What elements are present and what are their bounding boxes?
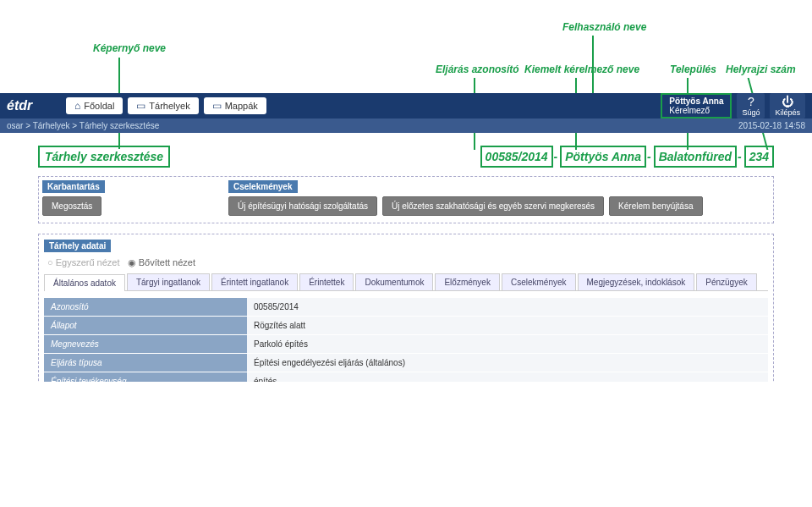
panel-actions: Cselekmények Új építésügyi hatósági szol… [228, 180, 770, 219]
panel-title: Cselekmények [228, 180, 298, 193]
nav-label: Mappák [225, 101, 258, 111]
new-preliminary-button[interactable]: Új előzetes szakhatósági és egyéb szervi… [382, 196, 604, 216]
title-applicant: Pöttyös Anna [560, 146, 646, 168]
folder-icon: ▭ [212, 100, 222, 112]
tab-parties[interactable]: Érintettek [299, 273, 354, 290]
briefcase-icon: ▭ [136, 100, 145, 112]
table-row: Azonosító00585/2014 [44, 298, 768, 317]
cell-val: Parkoló építés [247, 335, 768, 353]
view-expanded-label: Bővített nézet [139, 257, 195, 267]
cell-key: Azonosító [44, 298, 247, 316]
power-icon: ⏻ [775, 95, 800, 108]
title-parcel: 234 [744, 146, 774, 168]
cell-val: Építési engedélyezési eljárás (általános… [247, 354, 768, 372]
breadcrumb: osar > Tárhelyek > Tárhely szerkesztése … [0, 118, 812, 133]
new-service-button[interactable]: Új építésügyi hatósági szolgáltatás [228, 196, 377, 216]
help-button[interactable]: ?Súgó [737, 93, 765, 118]
dash: - [553, 150, 559, 163]
table-row: MegnevezésParkoló építés [44, 335, 768, 354]
panel-title: Karbantartás [42, 180, 105, 193]
table-row: Eljárás típusaÉpítési engedélyezési eljá… [44, 354, 768, 372]
help-icon: ? [742, 95, 760, 108]
dash: - [646, 150, 652, 163]
help-label: Súgó [742, 108, 760, 117]
cell-val: Rögzítés alatt [247, 317, 768, 334]
timestamp: 2015-02-18 14:58 [738, 121, 805, 130]
cell-val: építés [247, 372, 768, 382]
tab-general[interactable]: Általános adatok [44, 274, 125, 291]
annotation-user-name: Felhasználó neve [562, 21, 646, 33]
app-header: étdr ⌂Főoldal ▭Tárhelyek ▭Mappák Pöttyös… [0, 93, 812, 118]
tab-finance[interactable]: Pénzügyek [696, 273, 756, 290]
view-simple-label: Egyszerű nézet [56, 257, 120, 267]
nav-home-button[interactable]: ⌂Főoldal [66, 97, 123, 114]
home-icon: ⌂ [74, 100, 80, 112]
details-table: Azonosító00585/2014 ÁllapotRögzítés alat… [44, 298, 768, 382]
panel-maintenance: Karbantartás Megosztás [42, 180, 211, 219]
top-panels: Karbantartás Megosztás Cselekmények Új é… [38, 176, 774, 223]
tabs: Általános adatok Tárgyi ingatlanok Érint… [44, 273, 768, 291]
card-title: Tárhely adatai [44, 240, 111, 252]
annotation-screen-name: Képernyő neve [93, 42, 166, 54]
annotation-applicant: Kiemelt kérelmező neve [524, 63, 639, 75]
cell-key: Építési tevékenység [44, 372, 247, 382]
cell-key: Eljárás típusa [44, 354, 247, 372]
user-box[interactable]: Pöttyös Anna Kérelmező [661, 93, 732, 118]
nav-label: Főoldal [84, 101, 114, 111]
cell-val: 00585/2014 [247, 298, 768, 316]
tab-history[interactable]: Előzmények [435, 273, 499, 290]
tab-notes[interactable]: Megjegyzések, indoklások [578, 273, 695, 290]
annotation-city: Település [670, 63, 716, 75]
nav-label: Tárhelyek [149, 101, 189, 111]
logout-label: Kilépés [775, 108, 800, 117]
cell-key: Megnevezés [44, 335, 247, 353]
nav-folders-button[interactable]: ▭Mappák [204, 97, 266, 114]
share-button[interactable]: Megosztás [42, 196, 102, 216]
radio-simple[interactable]: ○ [47, 257, 56, 267]
title-case-id: 00585/2014 [480, 146, 553, 168]
logout-button[interactable]: ⏻Kilépés [770, 93, 805, 118]
user-role: Kérelmező [669, 106, 723, 115]
title-city: Balatonfüred [654, 146, 737, 168]
table-row: ÁllapotRögzítés alatt [44, 317, 768, 335]
table-row: Építési tevékenységépítés [44, 372, 768, 382]
tab-subject-props[interactable]: Tárgyi ingatlanok [127, 273, 210, 290]
tab-actions[interactable]: Cselekmények [502, 273, 576, 290]
tab-documents[interactable]: Dokumentumok [355, 273, 433, 290]
radio-expanded[interactable]: ◉ [128, 257, 139, 267]
nav-storages-button[interactable]: ▭Tárhelyek [128, 97, 198, 114]
user-name: Pöttyös Anna [669, 96, 723, 106]
annotation-parcel: Helyrajzi szám [726, 63, 796, 75]
cell-key: Állapot [44, 317, 247, 334]
app-logo: étdr [7, 98, 66, 113]
breadcrumb-text[interactable]: osar > Tárhelyek > Tárhely szerkesztése [7, 121, 159, 130]
view-toggle: ○ Egyszerű nézet ◉ Bővített nézet [44, 252, 768, 273]
submit-request-button[interactable]: Kérelem benyújtása [609, 196, 702, 216]
dash: - [737, 150, 743, 163]
screen-title: Tárhely szerkesztése [38, 146, 170, 168]
title-row: Tárhely szerkesztése 00585/2014 - Pöttyö… [0, 137, 812, 176]
annotation-case-id: Eljárás azonosító [436, 63, 519, 75]
tab-affected-props[interactable]: Érintett ingatlanok [211, 273, 298, 290]
storage-details-card: Tárhely adatai ○ Egyszerű nézet ◉ Bővíte… [38, 234, 774, 382]
